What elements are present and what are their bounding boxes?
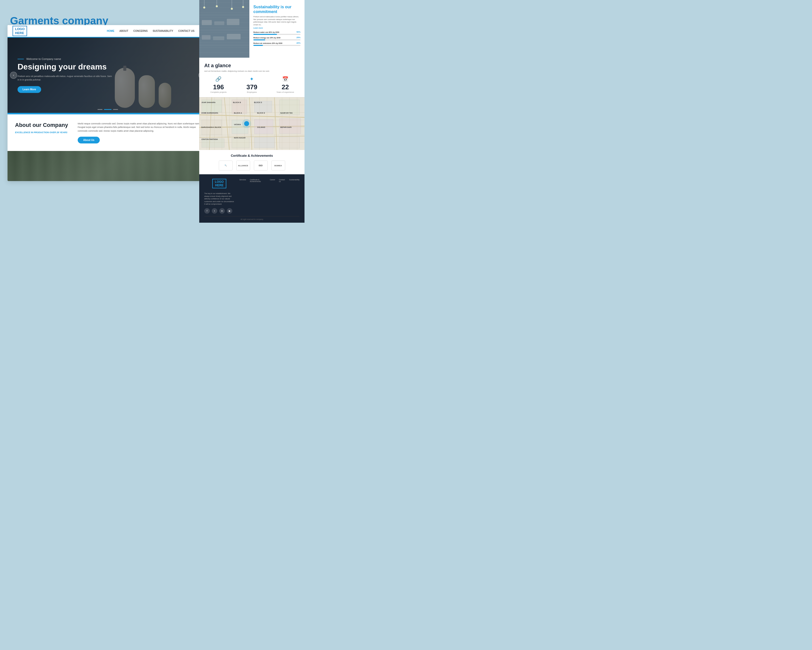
map-label-blocka: BLOCK A bbox=[234, 112, 242, 114]
progress-items: Reduce water use 60% by 2030 50% Reduce … bbox=[253, 31, 301, 46]
svg-line-20 bbox=[224, 97, 229, 150]
stat-experience-icon: 📅 bbox=[271, 76, 299, 82]
footer-links: Services Certificate & Achievements Care… bbox=[239, 179, 299, 182]
sustainability-content: Sustainability is our commitment Pretium… bbox=[249, 0, 304, 58]
nav-link-home[interactable]: HOME bbox=[107, 30, 114, 32]
cert-logo-search: 🔍 bbox=[219, 161, 233, 171]
map-label-solmaid: SOLMAID bbox=[257, 126, 265, 128]
hero-line-decoration bbox=[18, 59, 24, 59]
footer-link-career[interactable]: Career bbox=[270, 179, 275, 182]
footer-social: f t in ▶ bbox=[204, 208, 234, 214]
hero-dot-2[interactable] bbox=[104, 109, 111, 110]
progress-bar-water: 50% bbox=[253, 34, 301, 35]
hero-learn-more-button[interactable]: Learn More bbox=[18, 86, 41, 93]
hangers-section bbox=[8, 151, 208, 181]
footer-right: Services Certificate & Achievements Care… bbox=[239, 179, 299, 216]
stat-employees: ✦ 379 Employees bbox=[238, 76, 266, 93]
hero-prev-button[interactable]: ‹ bbox=[10, 72, 17, 79]
about-title: About our Company bbox=[15, 122, 70, 128]
map-section: JOAR SHAHARA BLOCK D BLOCK B DOME BARIDI… bbox=[199, 97, 304, 150]
map-roads-svg bbox=[199, 97, 304, 150]
nav-logo: LOGO HERE bbox=[12, 26, 27, 36]
at-glance-description: sed vel fermentum mattis. Adipiscing met… bbox=[204, 70, 299, 72]
footer-link-sustainability[interactable]: Sustainability bbox=[289, 179, 299, 182]
about-us-button[interactable]: About Us bbox=[78, 137, 100, 144]
stat-projects-icon: 🔗 bbox=[204, 76, 233, 82]
map-label-dome: DOME BARIDIHARA bbox=[201, 112, 218, 114]
footer-link-services[interactable]: Services bbox=[239, 179, 246, 182]
social-twitter[interactable]: t bbox=[212, 208, 217, 214]
sustainability-description: Pretium sed at malesuada a luctus portti… bbox=[253, 15, 301, 26]
progress-bar-air: 20% bbox=[253, 45, 301, 46]
social-linkedin[interactable]: in bbox=[219, 208, 225, 214]
hero-title: Designing your dreams bbox=[18, 63, 113, 71]
about-body-text: Morbi neque commodo commodo sed. Donec t… bbox=[78, 122, 200, 133]
footer-logo-wrap: LOGO HERE bbox=[204, 179, 234, 190]
sustainability-image bbox=[199, 0, 249, 58]
website-mockup: LOGO HERE HOME ABOUT CONCERNS SUSTAINABI… bbox=[8, 25, 208, 181]
hero-subtitle-line: Welcome to Company name bbox=[18, 57, 113, 60]
sustainability-title: Sustainability is our commitment bbox=[253, 5, 301, 14]
map-label-blocke: BLOCK E bbox=[257, 112, 265, 114]
learn-more-link[interactable]: Learn more bbox=[253, 27, 301, 29]
progress-fill-water bbox=[253, 34, 277, 35]
footer-main: LOGO HERE The key to our establishment. … bbox=[204, 179, 299, 216]
factory-lines bbox=[199, 0, 249, 58]
nav-link-concerns[interactable]: CONCERNS bbox=[133, 30, 148, 32]
hero-dot-3[interactable] bbox=[113, 109, 118, 110]
nav-link-contact[interactable]: CONTACT US bbox=[178, 30, 194, 32]
footer-link-cert[interactable]: Certificate & Achievements bbox=[250, 179, 266, 182]
progress-fill-air bbox=[253, 45, 263, 46]
about-tagline: EXCELLENCE IN PRODUCTION OVER 28 YEARS bbox=[15, 131, 70, 134]
footer-link-contact[interactable]: Contact us bbox=[279, 179, 285, 182]
nav-links: HOME ABOUT CONCERNS SUSTAINABILITY CONTA… bbox=[107, 30, 194, 32]
social-youtube[interactable]: ▶ bbox=[227, 208, 232, 214]
stat-employees-label: Employees bbox=[238, 91, 266, 93]
sustainability-card: Sustainability is our commitment Pretium… bbox=[199, 0, 304, 58]
svg-line-18 bbox=[199, 115, 304, 117]
stat-experience-number: 22 bbox=[271, 83, 299, 91]
hero-subtitle: Welcome to Company name bbox=[26, 57, 61, 60]
right-panel: Sustainability is our commitment Pretium… bbox=[199, 0, 304, 223]
footer-left: LOGO HERE The key to our establishment. … bbox=[204, 179, 234, 216]
stat-experience: 📅 22 Years of experience bbox=[271, 76, 299, 93]
map-label-nasir: NASIR ER TEK bbox=[280, 112, 293, 114]
at-glance-title: At a glance bbox=[204, 63, 299, 69]
stat-employees-icon: ✦ bbox=[238, 76, 266, 82]
hero-dots bbox=[98, 109, 118, 110]
hangers-background bbox=[8, 151, 208, 181]
stat-projects-label: Complete projects bbox=[204, 91, 233, 93]
map-label-vatara: VATARA bbox=[234, 124, 241, 125]
stats-row: 🔗 196 Complete projects ✦ 379 Employees … bbox=[204, 76, 299, 93]
footer-section: LOGO HERE The key to our establishment. … bbox=[199, 174, 304, 223]
map-label-craton: CRATON FANTASIA bbox=[201, 138, 218, 140]
cert-logo-alliance: ALLIANCE bbox=[237, 161, 250, 171]
about-section: About our Company EXCELLENCE IN PRODUCTI… bbox=[8, 114, 208, 151]
map-label-blockb: BLOCK B bbox=[233, 102, 241, 103]
map-label-joar: JOAR SHAHARA bbox=[201, 102, 215, 103]
footer-logo: LOGO HERE bbox=[212, 179, 226, 188]
hero-section: Welcome to Company name Designing your d… bbox=[8, 38, 208, 113]
certificate-logos: 🔍 ALLIANCE ISO BGMEA bbox=[204, 161, 299, 171]
social-facebook[interactable]: f bbox=[204, 208, 210, 214]
svg-rect-34 bbox=[232, 138, 249, 148]
at-glance-section: At a glance sed vel fermentum mattis. Ad… bbox=[199, 58, 304, 97]
cert-logo-iso: ISO bbox=[254, 161, 268, 171]
stat-experience-label: Years of experience bbox=[271, 91, 299, 93]
map-label-blockd: BLOCK D bbox=[254, 102, 262, 103]
svg-line-22 bbox=[275, 97, 277, 150]
progress-item-energy: Reduce energy use 25% by 2040 25% bbox=[253, 37, 301, 40]
certificate-title: Certificate & Achievements bbox=[204, 154, 299, 158]
map-label-naya: NAYA NAGAR bbox=[234, 137, 246, 139]
hero-dot-1[interactable] bbox=[98, 109, 102, 110]
svg-rect-36 bbox=[279, 137, 299, 148]
stat-projects-number: 196 bbox=[204, 83, 233, 91]
progress-bar-energy: 25% bbox=[253, 39, 301, 40]
about-left: About our Company EXCELLENCE IN PRODUCTI… bbox=[15, 122, 70, 134]
map-pin bbox=[244, 121, 249, 126]
navbar: LOGO HERE HOME ABOUT CONCERNS SUSTAINABI… bbox=[8, 25, 208, 38]
nav-link-about[interactable]: ABOUT bbox=[119, 30, 128, 32]
cert-logo-bgmea: BGMEA bbox=[272, 161, 285, 171]
about-right: Morbi neque commodo commodo sed. Donec t… bbox=[78, 122, 200, 144]
nav-link-sustainability[interactable]: SUSTAINABILITY bbox=[153, 30, 173, 32]
